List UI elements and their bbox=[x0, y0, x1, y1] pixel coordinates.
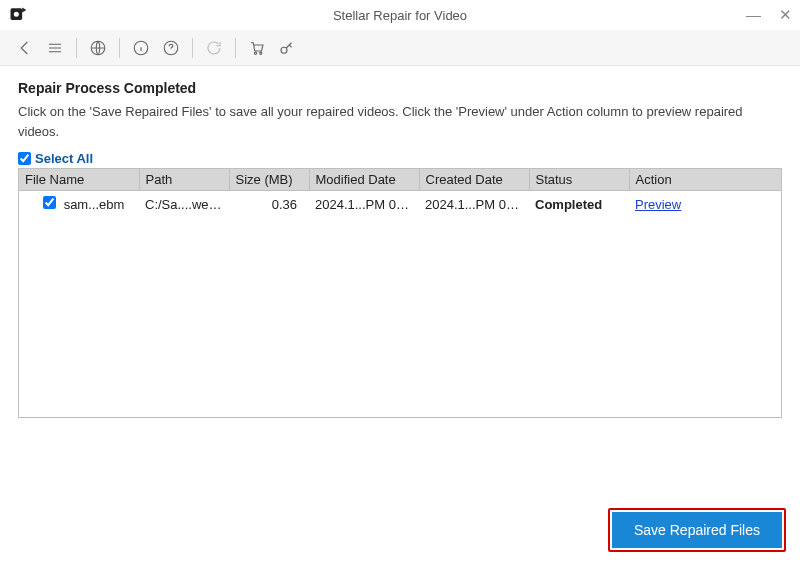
cart-icon bbox=[248, 39, 266, 57]
main-content: Repair Process Completed Click on the 'S… bbox=[0, 66, 800, 418]
toolbar bbox=[0, 30, 800, 66]
separator bbox=[119, 38, 120, 58]
col-filename[interactable]: File Name bbox=[19, 169, 139, 191]
svg-point-8 bbox=[281, 47, 287, 53]
back-button[interactable] bbox=[10, 35, 40, 61]
separator bbox=[76, 38, 77, 58]
save-button-highlight: Save Repaired Files bbox=[608, 508, 786, 552]
cell-action: Preview bbox=[629, 191, 781, 218]
select-all-checkbox[interactable]: Select All bbox=[18, 151, 782, 166]
col-action[interactable]: Action bbox=[629, 169, 781, 191]
row-checkbox[interactable] bbox=[43, 196, 56, 209]
refresh-button[interactable] bbox=[199, 35, 229, 61]
table-row[interactable]: sam...ebm C:/Sa....webm 0.36 2024.1...PM… bbox=[19, 191, 781, 218]
cell-created: 2024.1...PM 02:06 bbox=[419, 191, 529, 218]
globe-icon bbox=[89, 39, 107, 57]
help-button[interactable] bbox=[156, 35, 186, 61]
menu-button[interactable] bbox=[40, 35, 70, 61]
info-icon bbox=[132, 39, 150, 57]
save-repaired-files-button[interactable]: Save Repaired Files bbox=[612, 512, 782, 548]
help-icon bbox=[162, 39, 180, 57]
select-all-input[interactable] bbox=[18, 152, 31, 165]
svg-point-1 bbox=[14, 12, 19, 17]
app-icon bbox=[8, 5, 28, 25]
hamburger-icon bbox=[46, 39, 64, 57]
info-button[interactable] bbox=[126, 35, 156, 61]
separator bbox=[235, 38, 236, 58]
col-status[interactable]: Status bbox=[529, 169, 629, 191]
language-button[interactable] bbox=[83, 35, 113, 61]
col-path[interactable]: Path bbox=[139, 169, 229, 191]
page-subtext: Click on the 'Save Repaired Files' to sa… bbox=[18, 102, 778, 141]
cell-path: C:/Sa....webm bbox=[139, 191, 229, 218]
select-all-label: Select All bbox=[35, 151, 93, 166]
window-title: Stellar Repair for Video bbox=[0, 8, 800, 23]
cell-filename: sam...ebm bbox=[19, 191, 139, 218]
cell-status: Completed bbox=[529, 191, 629, 218]
page-heading: Repair Process Completed bbox=[18, 80, 782, 96]
refresh-icon bbox=[205, 39, 223, 57]
file-table: File Name Path Size (MB) Modified Date C… bbox=[18, 168, 782, 418]
preview-link[interactable]: Preview bbox=[635, 197, 681, 212]
col-created[interactable]: Created Date bbox=[419, 169, 529, 191]
separator bbox=[192, 38, 193, 58]
arrow-left-icon bbox=[16, 39, 34, 57]
titlebar: Stellar Repair for Video — ✕ bbox=[0, 0, 800, 30]
close-button[interactable]: ✕ bbox=[779, 6, 792, 24]
cell-modified: 2024.1...PM 02:07 bbox=[309, 191, 419, 218]
cell-size: 0.36 bbox=[229, 191, 309, 218]
table-header-row: File Name Path Size (MB) Modified Date C… bbox=[19, 169, 781, 191]
filename-text: sam...ebm bbox=[64, 197, 125, 212]
activation-button[interactable] bbox=[272, 35, 302, 61]
col-size[interactable]: Size (MB) bbox=[229, 169, 309, 191]
minimize-button[interactable]: — bbox=[746, 6, 761, 24]
footer: Save Repaired Files bbox=[608, 508, 786, 552]
svg-marker-2 bbox=[22, 8, 26, 13]
svg-point-7 bbox=[260, 52, 262, 54]
key-icon bbox=[278, 39, 296, 57]
window-controls: — ✕ bbox=[746, 6, 792, 24]
col-modified[interactable]: Modified Date bbox=[309, 169, 419, 191]
cart-button[interactable] bbox=[242, 35, 272, 61]
svg-point-6 bbox=[254, 52, 256, 54]
